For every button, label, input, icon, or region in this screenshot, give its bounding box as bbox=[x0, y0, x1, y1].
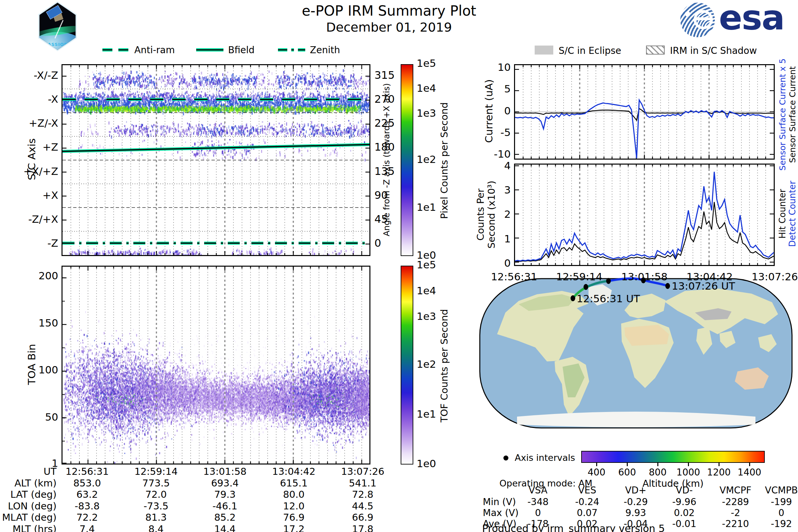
sc-axis-ytick: +X bbox=[0, 189, 58, 201]
ephemeris-cell: 17.2 bbox=[258, 524, 330, 532]
sc-axis-ytick: -Z bbox=[0, 237, 58, 249]
ephemeris-cell: 80.0 bbox=[258, 489, 330, 500]
legend-anti-ram-label: Anti-ram bbox=[134, 44, 175, 56]
altitude-tick-mark bbox=[749, 463, 750, 466]
tof-counts-colorbar-label: TOF Counts per Second bbox=[439, 233, 450, 499]
current-ytick: -5 bbox=[471, 126, 511, 138]
legend-zenith-label: Zenith bbox=[310, 44, 340, 56]
track-start-label: 12:56:31 UT bbox=[576, 292, 640, 305]
counts-ytick: 0 bbox=[471, 257, 511, 269]
ephemeris-cell: 63.2 bbox=[51, 489, 124, 500]
altitude-tick-label: 1400 bbox=[729, 467, 770, 478]
ephemeris-cell: -46.1 bbox=[188, 500, 261, 512]
toa-ytick: 100 bbox=[0, 364, 58, 376]
sc-axis-ytick: -X bbox=[0, 93, 58, 105]
tof-colorbar-tick: 1e5 bbox=[417, 259, 436, 271]
pixel-colorbar-tick: 1e1 bbox=[417, 201, 436, 213]
voltage-cell: -192 bbox=[752, 518, 798, 529]
angle-ytick: 135 bbox=[374, 165, 411, 177]
ephemeris-cell: 76.9 bbox=[258, 512, 330, 523]
toa-ytick: 150 bbox=[0, 317, 58, 329]
current-ytick: 5 bbox=[471, 83, 511, 95]
ephemeris-cell: 13:04:42 bbox=[258, 466, 330, 477]
voltage-cell: 0.02 bbox=[654, 507, 714, 518]
current-ytick: -10 bbox=[471, 148, 511, 160]
angle-ytick: 315 bbox=[374, 69, 411, 81]
ephemeris-cell: 693.4 bbox=[188, 477, 261, 489]
world-map: 12:56:31 UT 13:07:26 UT bbox=[479, 278, 793, 429]
esa-logo-globe bbox=[680, 3, 715, 37]
esa-logo-wordmark: esa bbox=[719, 0, 784, 38]
toa-ytick: 50 bbox=[0, 411, 58, 423]
right-xtick: 13:07:26 bbox=[738, 271, 798, 283]
altitude-tick-mark bbox=[657, 463, 658, 466]
tof-colorbar-tick: 1e3 bbox=[417, 310, 436, 322]
angle-ytick: 90 bbox=[374, 189, 411, 202]
ephemeris-cell: 13:07:26 bbox=[326, 466, 399, 477]
voltage-cell: -199 bbox=[752, 496, 798, 507]
altitude-tick-mark bbox=[719, 463, 720, 466]
legend-shadow-label: IRM in S/C Shadow bbox=[670, 45, 757, 56]
angle-ytick: 180 bbox=[374, 141, 411, 153]
ephemeris-cell: 79.3 bbox=[188, 489, 261, 500]
right-xtick: 12:59:14 bbox=[543, 271, 616, 283]
counts-ytick: 4 bbox=[471, 159, 511, 172]
tof-counts-colorbar bbox=[401, 266, 413, 464]
angle-axis-label: Angle from -Z axis (towards +X axis) bbox=[382, 27, 391, 293]
ephemeris-cell: 72.0 bbox=[119, 489, 192, 500]
ephemeris-cell: 853.0 bbox=[51, 477, 124, 489]
ephemeris-cell: 85.2 bbox=[188, 512, 261, 523]
axis-intervals-dot bbox=[504, 456, 508, 460]
ephemeris-row-label: UT bbox=[0, 466, 57, 477]
altitude-tick-mark bbox=[627, 463, 628, 466]
ephemeris-row-label: MLAT (deg) bbox=[0, 512, 57, 523]
counts-chart bbox=[515, 165, 774, 265]
counts-ytick: 1 bbox=[471, 233, 511, 245]
ephemeris-cell: 81.3 bbox=[119, 512, 192, 523]
pixel-colorbar-tick: 1e3 bbox=[417, 107, 436, 119]
ephemeris-cell: 14.4 bbox=[188, 524, 261, 532]
voltage-col-header: VCMPB bbox=[752, 485, 798, 496]
legend-bfield-label: Bfield bbox=[228, 44, 255, 56]
ephemeris-row-label: LON (deg) bbox=[0, 500, 57, 512]
sc-axis-ytick: +X/+Z bbox=[0, 165, 58, 177]
tof-colorbar-tick: 1e0 bbox=[417, 457, 436, 470]
ephemeris-cell: -73.5 bbox=[119, 500, 192, 512]
sc-axis-ytick: -X/-Z bbox=[0, 69, 58, 81]
right-xtick: 13:01:58 bbox=[608, 271, 681, 283]
current-ytick: 10 bbox=[471, 61, 511, 73]
legend-shadow-swatch bbox=[646, 45, 665, 55]
angle-ytick: 270 bbox=[374, 93, 411, 106]
voltage-cell: -9.96 bbox=[654, 496, 714, 507]
ephemeris-cell: 7.4 bbox=[51, 524, 124, 532]
sc-axis-ytick: +Z/-X bbox=[0, 117, 58, 129]
altitude-tick-mark bbox=[596, 463, 597, 466]
legend-eclipse-swatch bbox=[535, 45, 553, 55]
tof-colorbar-tick: 1e2 bbox=[417, 358, 436, 370]
right-xtick: 12:56:31 bbox=[477, 271, 551, 283]
ephemeris-row-label: LAT (deg) bbox=[0, 489, 57, 500]
sc-axis-ytick: +Z bbox=[0, 141, 58, 153]
pixel-colorbar-tick: 1e5 bbox=[417, 57, 436, 69]
sc-axis-ytick: -Z/+X bbox=[0, 213, 58, 225]
voltage-col-header: VD- bbox=[654, 485, 714, 496]
ephemeris-cell: 8.4 bbox=[119, 524, 192, 532]
ephemeris-cell: -83.8 bbox=[51, 500, 124, 512]
angle-ytick: 45 bbox=[374, 213, 411, 225]
current-ytick: 0 bbox=[471, 105, 511, 117]
voltage-cell: -0.01 bbox=[654, 518, 714, 529]
voltage-cell: 0 bbox=[752, 507, 798, 518]
ephemeris-cell: 17.8 bbox=[326, 524, 399, 532]
counts-ytick: 3 bbox=[471, 184, 511, 196]
tof-colorbar-tick: 1e1 bbox=[417, 408, 436, 420]
sc-axis-overlay bbox=[62, 65, 369, 255]
ephemeris-cell: 44.5 bbox=[326, 500, 399, 512]
axis-intervals-label: Axis intervals bbox=[515, 453, 575, 463]
counts-ytick: 2 bbox=[471, 208, 511, 220]
ephemeris-cell: 66.9 bbox=[326, 512, 399, 523]
ephemeris-cell: 12:56:31 bbox=[51, 466, 124, 477]
ephemeris-cell: 13:01:58 bbox=[188, 466, 261, 477]
toa-overlay bbox=[62, 267, 369, 463]
legend-eclipse-label: S/C in Eclipse bbox=[558, 45, 621, 56]
tof-colorbar-tick: 1e4 bbox=[417, 285, 436, 297]
